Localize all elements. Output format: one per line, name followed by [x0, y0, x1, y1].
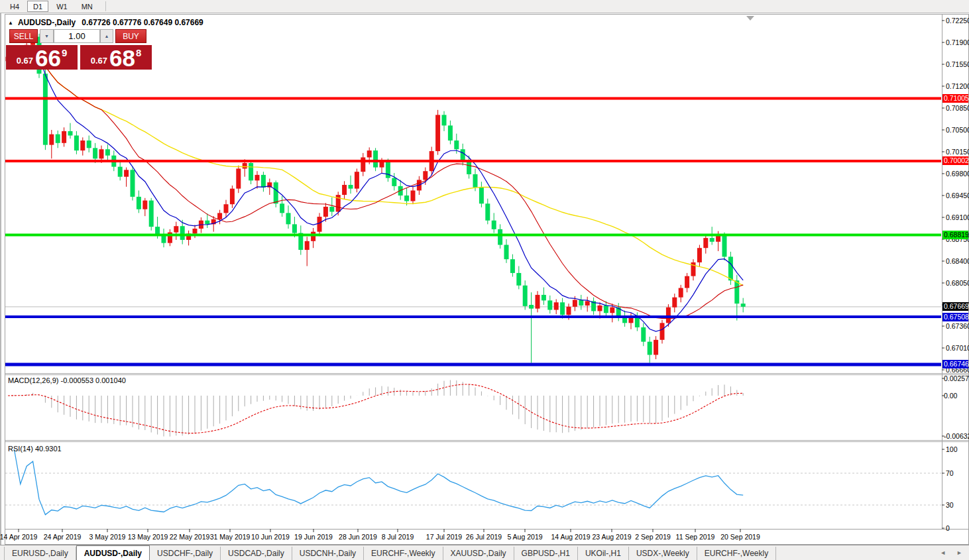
toolbar-separator: [105, 1, 106, 11]
collapse-arrow-icon[interactable]: ▲: [8, 20, 13, 26]
price-tick-label: 0.68050: [946, 279, 969, 287]
candle-down: [467, 161, 471, 174]
candle-down: [131, 170, 135, 197]
tab-usdx-weekly[interactable]: USDX-,Weekly: [629, 547, 697, 560]
candle-up: [554, 302, 559, 309]
candle-down: [68, 131, 73, 136]
tab-audusd-daily[interactable]: AUDUSD-,Daily: [76, 545, 150, 560]
date-label: 10 Jun 2019: [251, 533, 290, 541]
level-price-label: 0.68819: [942, 231, 968, 239]
date-label: 14 Apr 2019: [0, 533, 37, 541]
candle-down: [329, 207, 334, 212]
level-price-label: 0.70002: [942, 156, 968, 165]
candle-up: [342, 185, 347, 195]
timeframe-button-h4[interactable]: H4: [4, 1, 25, 12]
date-label: 19 Jun 2019: [294, 533, 333, 541]
spin-up-icon: ▲: [105, 34, 109, 38]
candle-down: [155, 227, 160, 234]
chart-canvas[interactable]: [0, 0, 969, 560]
ask-price-panel[interactable]: 0.67 68 8: [80, 45, 152, 70]
chart-shift-marker-icon: [746, 16, 754, 21]
tab-scroll-right-icon[interactable]: ►: [956, 549, 962, 556]
candle-up: [610, 308, 614, 313]
candle-down: [504, 245, 509, 259]
candle-down: [741, 304, 746, 307]
candle-down: [473, 174, 478, 188]
candle-down: [641, 327, 646, 342]
timeframe-button-w1[interactable]: W1: [50, 1, 74, 12]
date-label: 22 May 2019: [170, 533, 210, 541]
candle-up: [367, 150, 372, 157]
tab-gbpusd-h1[interactable]: GBPUSD-,H1: [514, 547, 578, 560]
bid-price-big: 66: [35, 48, 61, 68]
date-label: 17 Jul 2019: [426, 533, 462, 541]
price-tick-label: 0.71900: [946, 38, 969, 46]
candle-down: [510, 259, 515, 273]
candle-up: [573, 300, 577, 306]
candle-up: [193, 229, 198, 234]
candle-up: [585, 301, 590, 306]
candle-up: [423, 171, 428, 180]
candle-down: [542, 295, 546, 300]
bid-price-panel[interactable]: 0.67 66 9: [6, 45, 78, 70]
volume-input[interactable]: 1.00: [54, 29, 100, 43]
candle-up: [435, 115, 440, 151]
macd-indicator-label: MACD(12,26,9) -0.000553 0.001040: [8, 376, 126, 384]
buy-button[interactable]: BUY: [115, 29, 146, 43]
tab-eurchf-weekly[interactable]: EURCHF-,Weekly: [697, 547, 776, 560]
rsi-tick-label: 70: [946, 469, 954, 477]
ask-price-pip: 8: [136, 47, 141, 58]
date-label: 26 Jul 2019: [466, 533, 502, 541]
candle-up: [62, 131, 66, 143]
candle-down: [485, 203, 490, 220]
tab-usdcad-daily[interactable]: USDCAD-,Daily: [221, 547, 292, 560]
candle-down: [648, 342, 652, 355]
date-label: 13 May 2019: [128, 533, 168, 541]
candle-down: [386, 162, 390, 178]
date-label: 31 May 2019: [210, 533, 251, 541]
sell-button[interactable]: SELL: [9, 29, 38, 43]
tab-scroll-left-icon[interactable]: ◄: [940, 549, 946, 556]
tab-usdchf-daily[interactable]: USDCHF-,Daily: [150, 547, 221, 560]
date-label: 14 Aug 2019: [551, 533, 591, 541]
tab-eurchf-weekly[interactable]: EURCHF-,Weekly: [364, 547, 443, 560]
volume-decrease-button[interactable]: ▼: [40, 29, 54, 43]
candle-down: [373, 150, 378, 167]
candle-down: [579, 300, 583, 305]
tab-eurusd-daily[interactable]: EURUSD-,Daily: [4, 547, 76, 560]
tab-ukoil-h1[interactable]: UKOil-,H1: [578, 547, 629, 560]
macd-tick-label: -0.006326: [944, 432, 969, 440]
price-tick-label: 0.70850: [946, 104, 969, 112]
date-label: 24 Apr 2019: [44, 533, 82, 541]
date-label: 2 Sep 2019: [635, 533, 671, 541]
candle-up: [380, 162, 384, 167]
macd-tick-label: 0.002574: [944, 374, 969, 382]
candle-up: [80, 140, 85, 150]
candle-down: [454, 140, 459, 149]
candle-down: [442, 115, 447, 125]
timeframe-button-d1[interactable]: D1: [27, 1, 48, 12]
bid-price-prefix: 0.67: [17, 56, 33, 66]
candle-up: [598, 306, 602, 311]
candle-down: [56, 135, 60, 143]
price-tick-label: 0.68400: [946, 257, 969, 265]
candle-down: [523, 286, 528, 306]
tab-xauusd-daily[interactable]: XAUUSD-,Daily: [443, 547, 514, 560]
tab-usdcnh-daily[interactable]: USDCNH-,Daily: [292, 547, 364, 560]
candle-down: [492, 221, 496, 229]
candle-up: [703, 238, 708, 248]
macd-tick-label: 0.00: [944, 392, 957, 400]
candle-down: [734, 280, 739, 304]
price-pane: [5, 32, 941, 364]
candle-down: [516, 273, 521, 286]
candle-up: [243, 163, 247, 168]
candle-up: [311, 232, 315, 241]
timeframe-button-mn[interactable]: MN: [76, 1, 99, 12]
volume-increase-button[interactable]: ▲: [100, 29, 113, 43]
candle-down: [280, 203, 284, 213]
candle-down: [728, 256, 733, 280]
candle-down: [404, 196, 409, 201]
candle-up: [666, 308, 671, 323]
price-tick-label: 0.71550: [946, 60, 969, 68]
rsi-indicator-label: RSI(14) 40.9301: [8, 445, 62, 453]
